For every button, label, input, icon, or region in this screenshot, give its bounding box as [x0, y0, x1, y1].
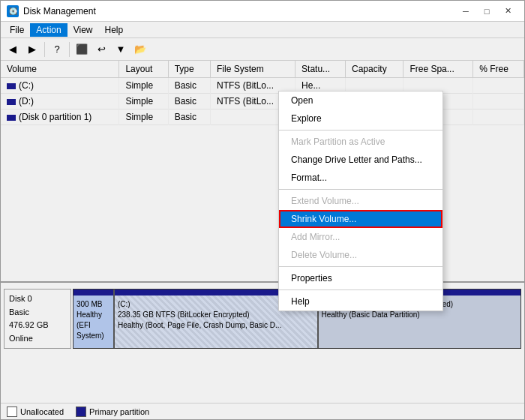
menu-file[interactable]: File: [4, 23, 30, 37]
col-volume: Volume: [1, 61, 119, 78]
table-row[interactable]: (D:) Simple Basic NTFS (BitLo... He...: [1, 94, 524, 110]
disk0-size: 476.92 GB: [9, 319, 66, 332]
disk0-label: Disk 0 Basic 476.92 GB Online: [4, 289, 71, 349]
cell-layout-c: Simple: [119, 78, 168, 94]
legend: Unallocated Primary partition: [1, 403, 524, 419]
legend-unalloc-box: [7, 406, 17, 417]
col-freepct: % Free: [473, 61, 524, 78]
partition-c-size: 238.35 GB NTFS (BitLocker Encrypted): [118, 310, 314, 320]
ctx-shrink-volume[interactable]: Shrink Volume...: [279, 210, 442, 228]
ctx-format[interactable]: Format...: [279, 169, 442, 187]
toolbar-separator-2: [69, 42, 70, 57]
cell-pct-c: [473, 78, 524, 94]
volume-table-pane: Volume Layout Type File System Statu... …: [1, 61, 524, 283]
col-type: Type: [168, 61, 210, 78]
maximize-button[interactable]: □: [476, 1, 497, 22]
ctx-help[interactable]: Help: [279, 292, 442, 310]
app-icon: 💽: [7, 5, 19, 17]
ctx-explore[interactable]: Explore: [279, 110, 442, 128]
toolbar-btn-6[interactable]: 📂: [131, 40, 149, 58]
disk-management-window: 💽 Disk Management ─ □ ✕ File Action View…: [0, 0, 525, 420]
ctx-change-drive-letter[interactable]: Change Drive Letter and Paths...: [279, 151, 442, 169]
toolbar-separator-1: [44, 42, 45, 57]
toolbar: ◀ ▶ ? ⬛ ↩ ▼ 📂: [1, 38, 524, 61]
ctx-extend-volume: Extend Volume...: [279, 192, 442, 210]
cell-type-p1: Basic: [168, 110, 210, 125]
ctx-delete-volume: Delete Volume...: [279, 246, 442, 264]
disk-view-pane: Disk 0 Basic 476.92 GB Online 300 MB Hea…: [1, 283, 524, 403]
titlebar-buttons: ─ □ ✕: [455, 1, 518, 22]
legend-primary: Primary partition: [76, 406, 149, 417]
col-freespace: Free Spa...: [404, 61, 473, 78]
disk0-row: Disk 0 Basic 476.92 GB Online 300 MB Hea…: [4, 289, 521, 349]
table-row[interactable]: (C:) Simple Basic NTFS (BitLo... He...: [1, 78, 524, 94]
close-button[interactable]: ✕: [497, 1, 518, 22]
partition-efi-size: 300 MB: [76, 299, 110, 310]
back-button[interactable]: ◀: [4, 40, 22, 58]
ctx-properties[interactable]: Properties: [279, 269, 442, 287]
menu-action[interactable]: Action: [30, 23, 67, 37]
menubar: File Action View Help: [1, 22, 524, 38]
partition-efi[interactable]: 300 MB Healthy (EFI System): [74, 290, 115, 348]
cell-type-d: Basic: [168, 94, 210, 110]
minimize-button[interactable]: ─: [455, 1, 476, 22]
ctx-mark-active: Mark Partition as Active: [279, 133, 442, 151]
cell-volume-d: (D:): [1, 94, 119, 110]
help-button[interactable]: ?: [48, 40, 66, 58]
cell-layout-d: Simple: [119, 94, 168, 110]
partition-d-desc: Healthy (Basic Data Partition): [322, 310, 518, 320]
cell-type-c: Basic: [168, 78, 210, 94]
ctx-sep-1: [279, 130, 442, 130]
cell-pct-d: [473, 94, 524, 110]
legend-unalloc-label: Unallocated: [20, 407, 64, 416]
legend-primary-label: Primary partition: [89, 407, 149, 416]
partition-c-desc: Healthy (Boot, Page File, Crash Dump, Ba…: [118, 320, 314, 331]
forward-button[interactable]: ▶: [23, 40, 41, 58]
ctx-open[interactable]: Open: [279, 92, 442, 110]
ctx-sep-2: [279, 189, 442, 190]
menu-view[interactable]: View: [68, 23, 99, 37]
ctx-sep-3: [279, 266, 442, 267]
cell-layout-p1: Simple: [119, 110, 168, 125]
partition-efi-desc: Healthy (EFI System): [76, 310, 110, 341]
menu-help[interactable]: Help: [99, 23, 130, 37]
col-filesystem: File System: [211, 61, 296, 78]
col-capacity: Capacity: [345, 61, 403, 78]
content-area: Volume Layout Type File System Statu... …: [1, 61, 524, 403]
col-layout: Layout: [119, 61, 168, 78]
window-title: Disk Management: [23, 6, 455, 16]
table-row[interactable]: (Disk 0 partition 1) Simple Basic He...: [1, 110, 524, 125]
cell-volume-c: (C:): [1, 78, 119, 94]
titlebar: 💽 Disk Management ─ □ ✕: [1, 1, 524, 22]
partition-efi-content: 300 MB Healthy (EFI System): [76, 299, 110, 341]
legend-primary-box: [76, 406, 86, 417]
context-menu: Open Explore Mark Partition as Active Ch…: [278, 91, 443, 311]
ctx-add-mirror: Add Mirror...: [279, 228, 442, 246]
cell-pct-p1: [473, 110, 524, 125]
toolbar-btn-4[interactable]: ↩: [92, 40, 110, 58]
disk0-name: Disk 0: [9, 292, 66, 306]
cell-volume-p1: (Disk 0 partition 1): [1, 110, 119, 125]
col-status: Statu...: [296, 61, 346, 78]
legend-unallocated: Unallocated: [7, 406, 64, 417]
disk0-type: Basic: [9, 306, 66, 320]
toolbar-btn-5[interactable]: ▼: [112, 40, 130, 58]
partition-top-bar: [74, 290, 113, 296]
toolbar-btn-3[interactable]: ⬛: [73, 40, 91, 58]
disk0-status: Online: [9, 332, 66, 346]
ctx-sep-4: [279, 290, 442, 290]
volume-table: Volume Layout Type File System Statu... …: [1, 61, 524, 125]
